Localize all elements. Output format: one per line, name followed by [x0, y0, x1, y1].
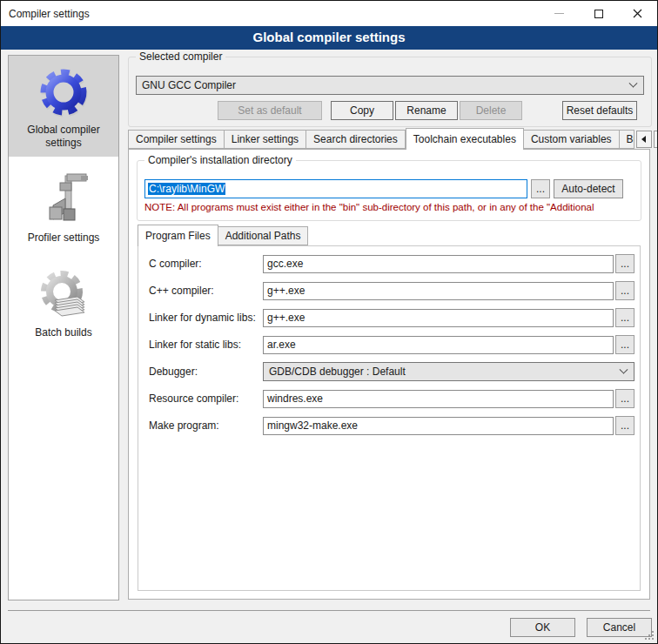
c-compiler-input[interactable]: gcc.exe — [263, 255, 614, 273]
cancel-button[interactable]: Cancel — [587, 618, 652, 637]
field-label: Make program: — [149, 419, 263, 432]
close-icon — [633, 9, 642, 18]
maximize-icon — [594, 10, 603, 18]
tab-program-files[interactable]: Program Files — [138, 225, 218, 246]
arrow-left-icon — [641, 136, 646, 143]
tab-scroll-left-button[interactable] — [636, 131, 652, 148]
tab-additional-paths[interactable]: Additional Paths — [218, 226, 309, 245]
field-row-cpp-compiler: C++ compiler: g++.exe ... — [149, 281, 634, 300]
resource-compiler-input[interactable]: windres.exe — [263, 390, 614, 408]
compiler-settings-dialog: Compiler settings Global compiler settin… — [0, 0, 658, 644]
chevron-down-icon — [620, 365, 628, 373]
debugger-select-value: GDB/CDB debugger : Default — [269, 366, 406, 378]
minimize-icon — [554, 13, 564, 14]
sidebar-item-global-compiler-settings[interactable]: Global compiler settings — [9, 56, 118, 157]
debugger-select[interactable]: GDB/CDB debugger : Default — [263, 362, 634, 381]
settings-sidebar: Global compiler settings Profiler settin… — [8, 55, 119, 600]
window-controls — [540, 1, 657, 26]
compiler-select[interactable]: GNU GCC Compiler — [136, 76, 644, 95]
tab-search-directories[interactable]: Search directories — [306, 130, 406, 149]
tab-compiler-settings[interactable]: Compiler settings — [128, 130, 225, 149]
close-button[interactable] — [618, 1, 657, 26]
tab-scroll-buttons — [636, 130, 658, 149]
copy-button[interactable]: Copy — [331, 101, 393, 120]
sidebar-item-batch-builds[interactable]: Batch builds — [9, 258, 118, 346]
field-label: Debugger: — [149, 366, 263, 378]
make-program-browse-button[interactable]: ... — [615, 416, 634, 435]
ok-button[interactable]: OK — [510, 618, 575, 637]
linker-static-input[interactable]: ar.exe — [263, 336, 614, 354]
delete-button[interactable]: Delete — [460, 101, 522, 120]
field-row-make-program: Make program: mingw32-make.exe ... — [149, 416, 634, 435]
program-tabs: Program Files Additional Paths — [138, 226, 308, 245]
installation-directory-group-label: Compiler's installation directory — [144, 154, 296, 166]
window-title: Compiler settings — [1, 8, 90, 20]
toolchain-executables-panel: Compiler's installation directory C:\ray… — [128, 149, 650, 600]
sidebar-item-profiler-settings[interactable]: Profiler settings — [9, 164, 118, 252]
linker-dynamic-input[interactable]: g++.exe — [263, 309, 614, 327]
field-row-linker-static: Linker for static libs: ar.exe ... — [149, 335, 634, 354]
tab-toolchain-executables[interactable]: Toolchain executables — [406, 128, 524, 150]
tab-scroll-right-button[interactable] — [654, 131, 658, 148]
footer-divider — [8, 610, 650, 611]
sidebar-item-label: Batch builds — [12, 326, 115, 339]
reset-defaults-button[interactable]: Reset defaults — [562, 101, 637, 120]
tab-custom-variables[interactable]: Custom variables — [524, 130, 620, 149]
field-row-c-compiler: C compiler: gcc.exe ... — [149, 254, 634, 273]
cpp-compiler-browse-button[interactable]: ... — [615, 281, 634, 300]
chevron-down-icon — [629, 78, 638, 87]
compiler-buttons-row: Set as default Copy Rename Delete Reset … — [136, 101, 637, 120]
gear-gray-stack-icon — [36, 267, 91, 323]
field-label: C++ compiler: — [149, 285, 263, 297]
rename-button[interactable]: Rename — [395, 101, 458, 120]
compiler-select-value: GNU GCC Compiler — [142, 79, 236, 91]
sidebar-item-label: Profiler settings — [12, 231, 115, 245]
field-label: Linker for static libs: — [149, 339, 263, 351]
installation-note: NOTE: All programs must exist either in … — [144, 202, 640, 212]
installation-directory-browse-button[interactable]: ... — [531, 179, 550, 198]
field-row-linker-dynamic: Linker for dynamic libs: g++.exe ... — [149, 308, 634, 327]
minimize-button[interactable] — [540, 1, 579, 26]
sidebar-item-label: Global compiler settings — [12, 124, 115, 150]
linker-dynamic-browse-button[interactable]: ... — [615, 308, 634, 327]
resize-grip[interactable] — [652, 638, 654, 640]
tab-linker-settings[interactable]: Linker settings — [225, 130, 306, 149]
installation-directory-group: Compiler's installation directory C:\ray… — [137, 160, 641, 221]
installation-directory-input[interactable]: C:\raylib\MinGW — [144, 179, 527, 198]
program-files-panel: C compiler: gcc.exe ... C++ compiler: g+… — [138, 245, 641, 591]
titlebar: Compiler settings — [1, 1, 657, 26]
auto-detect-button[interactable]: Auto-detect — [554, 179, 623, 198]
maximize-button[interactable] — [579, 1, 618, 26]
compiler-tabs: Compiler settings Linker settings Search… — [128, 130, 650, 149]
set-as-default-button[interactable]: Set as default — [218, 101, 322, 120]
gear-blue-icon — [36, 64, 91, 120]
selected-compiler-group-label: Selected compiler — [136, 50, 225, 63]
installation-directory-row: C:\raylib\MinGW ... Auto-detect — [144, 179, 634, 198]
field-label: C compiler: — [149, 258, 263, 270]
cpp-compiler-input[interactable]: g++.exe — [263, 282, 614, 300]
field-label: Linker for dynamic libs: — [149, 312, 263, 324]
resource-compiler-browse-button[interactable]: ... — [615, 389, 634, 408]
page-title: Global compiler settings — [1, 26, 657, 50]
c-compiler-browse-button[interactable]: ... — [615, 254, 634, 273]
field-row-debugger: Debugger: GDB/CDB debugger : Default — [149, 362, 634, 381]
caliper-icon — [36, 172, 91, 228]
field-label: Resource compiler: — [149, 392, 263, 405]
tab-build-options-clipped[interactable]: Builc — [620, 130, 634, 149]
make-program-input[interactable]: mingw32-make.exe — [263, 417, 614, 435]
installation-directory-value: C:\raylib\MinGW — [148, 183, 225, 195]
selected-compiler-group: Selected compiler GNU GCC Compiler Set a… — [128, 57, 652, 127]
linker-static-browse-button[interactable]: ... — [615, 335, 634, 354]
field-row-resource-compiler: Resource compiler: windres.exe ... — [149, 389, 634, 408]
